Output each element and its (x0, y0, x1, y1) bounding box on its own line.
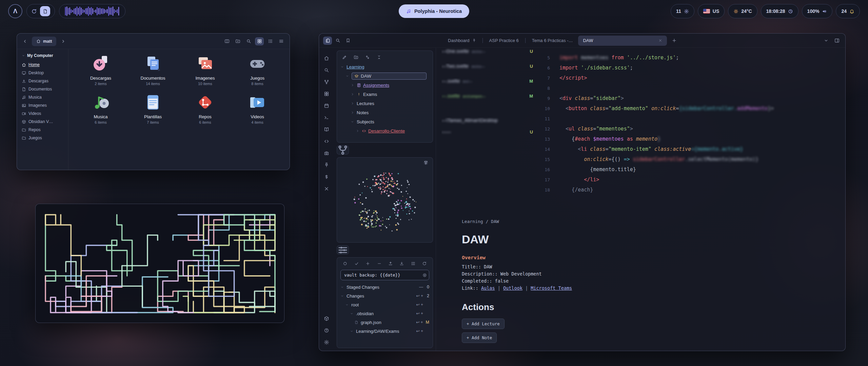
circle-icon[interactable] (342, 260, 349, 267)
notifications-pill[interactable]: 24 (836, 4, 860, 18)
git-row-changes[interactable]: Changes↩ +2 (337, 291, 433, 300)
obsidian-tab-bar[interactable]: DashboardASP Practice 6Tema 6 Prácticas … (319, 34, 845, 48)
note-link-aulas[interactable]: Aulas (481, 285, 495, 291)
git-row-actions[interactable]: ↩ + (416, 302, 429, 307)
keyboard-layout-pill[interactable]: US (698, 4, 725, 18)
git-row-learning-daw-exams[interactable]: Learning/DAW/Exams↩ + (337, 327, 433, 336)
folder-plantillas[interactable]: Plantillas7 items (127, 93, 179, 124)
changed-file-row[interactable]: —Two.sveltesrc/co—U (441, 63, 536, 78)
chev-down-icon[interactable] (822, 37, 830, 45)
git-panel-toggle[interactable] (337, 245, 349, 255)
graph-view-panel[interactable] (337, 157, 433, 243)
git-row-graph-json[interactable]: graph.json↩ +M (337, 318, 433, 327)
folder-repos[interactable]: Repos6 items (179, 93, 231, 124)
new-tab-button[interactable] (670, 37, 678, 45)
changed-file-row[interactable]: ——U (441, 129, 536, 144)
filter-icon[interactable] (423, 169, 430, 176)
sidebar-item-videos[interactable]: Videos (20, 109, 65, 118)
camera-icon[interactable] (322, 149, 331, 157)
minus-icon[interactable] (376, 260, 382, 267)
grid-icon[interactable] (255, 37, 264, 45)
action-button-add-note[interactable]: + Add Note (462, 332, 497, 343)
sidebar-item-desktop[interactable]: Desktop (20, 69, 65, 77)
git-row-action-icons[interactable]: ↩ + (416, 329, 423, 333)
git-row-root[interactable]: root↩ + (337, 300, 433, 309)
graph-canvas[interactable] (337, 158, 433, 242)
git-row-actions[interactable]: —0 (419, 285, 429, 289)
graph-panel-toggle[interactable] (337, 145, 349, 155)
git-row-actions[interactable]: ↩ + (416, 311, 429, 316)
back-button[interactable] (21, 37, 29, 45)
folder-documentos[interactable]: Documentos14 items (127, 55, 179, 86)
sidebar-item-documentos[interactable]: Documentos (20, 85, 65, 93)
dollar-icon[interactable] (322, 173, 331, 181)
git-row-actions[interactable]: ↩ + (416, 329, 429, 333)
x-icon[interactable] (322, 185, 331, 192)
terminal-icon[interactable] (322, 114, 331, 121)
tab-tema-6-pr-cticas[interactable]: Tema 6 Prácticas -… (527, 36, 578, 46)
volume-pill[interactable]: 100% (802, 4, 833, 18)
search-icon[interactable] (244, 37, 253, 45)
git-row-action-icons[interactable]: — (419, 285, 423, 289)
clock-pill[interactable]: 18:08:28 (761, 4, 798, 18)
calendar-icon[interactable] (322, 102, 331, 109)
tree-item-notes[interactable]: Notes (337, 108, 433, 117)
pencil-icon[interactable] (341, 54, 348, 61)
columns-icon[interactable] (222, 37, 231, 45)
launcher-button[interactable]: Λ (8, 4, 22, 18)
folder-descargas[interactable]: Descargas2 items (75, 55, 127, 86)
sort-icon[interactable] (364, 54, 371, 61)
sidebar-item-home[interactable]: Home (20, 61, 65, 69)
pin-icon[interactable] (322, 161, 331, 169)
tree-item-learning[interactable]: Learning (337, 62, 433, 72)
breadcrumb[interactable]: matt (32, 37, 56, 46)
tree-item-desarrollo-cliente[interactable]: Desarrollo-Cliente (337, 126, 433, 136)
fork-icon[interactable] (322, 78, 331, 86)
search-icon[interactable] (322, 66, 331, 74)
sidebar-item-descargas[interactable]: Descargas (20, 77, 65, 85)
sidebar-item-obsidian-v[interactable]: Obsidian V… (20, 118, 65, 126)
sidebar-item-juegos[interactable]: Juegos (20, 134, 65, 142)
folder-videos[interactable]: Videos4 items (231, 93, 283, 124)
list-icon[interactable] (410, 260, 417, 267)
note-breadcrumb[interactable]: Learning / DAW (462, 219, 703, 224)
folder-imagenes[interactable]: Imagenes10 items (179, 55, 231, 86)
forward-button[interactable] (59, 37, 67, 45)
tree-item-exams[interactable]: Exams (337, 90, 433, 99)
git-row-action-icons[interactable]: ↩ + (416, 302, 423, 307)
book-icon[interactable] (322, 126, 331, 133)
now-playing-pill[interactable]: Polyphia - Neurotica (399, 4, 469, 18)
notes-icon[interactable] (40, 6, 50, 16)
changed-file-row[interactable]: —.sveltesrc/compon—M (441, 93, 536, 108)
grid-icon[interactable] (322, 90, 331, 98)
commit-message-input[interactable] (340, 270, 429, 280)
search-icon[interactable] (333, 37, 342, 45)
collapse-icon[interactable] (376, 54, 382, 61)
action-button-add-lecture[interactable]: + Add Lecture (462, 319, 505, 329)
folder-plus-icon[interactable] (233, 37, 242, 45)
changed-file-row[interactable]: —One.sveltesrc/co—U (441, 48, 536, 63)
git-row-action-icons[interactable]: ↩ + (416, 311, 423, 316)
editor-pane[interactable]: —One.sveltesrc/co—U—Two.sveltesrc/co—U—.… (436, 48, 845, 351)
upload-icon[interactable] (387, 260, 394, 267)
tab-daw[interactable]: DAW (578, 36, 667, 46)
git-row-action-icons[interactable]: ↩ + (416, 293, 423, 298)
refresh-icon[interactable] (421, 260, 428, 267)
tree-item-subjects[interactable]: Subjects (337, 117, 433, 126)
git-row-staged-changes[interactable]: Staged Changes—0 (337, 283, 433, 291)
close-tab-icon[interactable] (658, 39, 662, 42)
files-icon[interactable] (323, 37, 332, 45)
git-row-obsidian[interactable]: .obsidian↩ + (337, 309, 433, 318)
help-icon[interactable] (322, 327, 331, 334)
sidebar-item-imagenes[interactable]: Imagenes (20, 101, 65, 109)
code-icon[interactable] (322, 138, 331, 145)
folder-plus-icon[interactable] (353, 54, 359, 61)
git-row-actions[interactable]: ↩ +2 (416, 293, 429, 298)
check-icon[interactable] (353, 260, 360, 267)
clear-icon[interactable] (422, 273, 427, 277)
tab-asp-practice-6[interactable]: ASP Practice 6 (485, 36, 524, 46)
folder-musica[interactable]: Musica6 items (75, 93, 127, 124)
note-link-microsoft-teams[interactable]: Microsoft Teams (531, 285, 572, 291)
file-manager-titlebar[interactable]: matt (17, 34, 290, 49)
plus-icon[interactable] (364, 260, 371, 267)
